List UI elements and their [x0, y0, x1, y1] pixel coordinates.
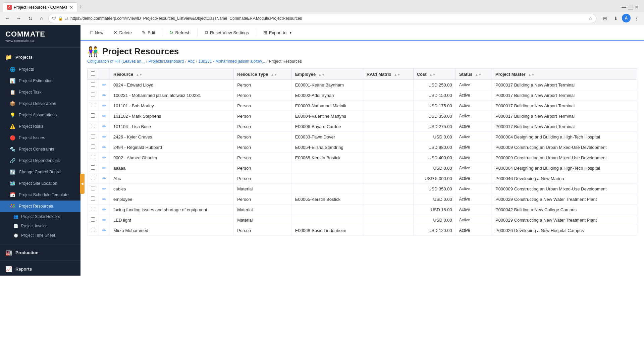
refresh-button[interactable]: ↻	[25, 14, 35, 23]
breadcrumb-link-dashboard[interactable]: Projects Dashboard	[149, 59, 184, 64]
row-checkbox-cell[interactable]	[88, 142, 99, 153]
sidebar-item-project-resources[interactable]: 👫 Project Resources	[0, 201, 80, 212]
sidebar-item-project-constraints[interactable]: 🔩 Project Constraints	[0, 144, 80, 155]
th-raci-matrix[interactable]: RACI Matrix ▲▼	[363, 69, 413, 80]
delete-button[interactable]: ✕ Delete	[109, 28, 136, 37]
row-edit-button[interactable]: ✏	[102, 228, 106, 233]
row-edit-button[interactable]: ✏	[102, 155, 106, 160]
edit-button[interactable]: ✎ Edit	[138, 28, 159, 37]
row-edit-button[interactable]: ✏	[102, 103, 106, 108]
row-checkbox[interactable]	[91, 103, 95, 107]
menu-button[interactable]: ⋮	[632, 14, 641, 23]
forward-button[interactable]: →	[14, 14, 23, 23]
breadcrumb-link-hr[interactable]: Cofiguraiton of HR (Leaves an...	[87, 59, 145, 64]
row-checkbox[interactable]	[91, 186, 95, 190]
row-checkbox[interactable]	[91, 124, 95, 128]
sidebar-item-project-dependencies[interactable]: 🔗 Project Dependencies	[0, 155, 80, 166]
row-edit-cell[interactable]: ✏	[99, 142, 110, 153]
sidebar-item-project-stakeholders[interactable]: 👥 Project Stake Holders	[0, 212, 80, 221]
row-checkbox[interactable]	[91, 228, 95, 232]
row-edit-button[interactable]: ✏	[102, 113, 106, 119]
row-edit-button[interactable]: ✏	[102, 93, 106, 98]
sidebar-item-project-assumptions[interactable]: 💡 Project Assumptions	[0, 109, 80, 121]
row-checkbox-cell[interactable]	[88, 153, 99, 163]
row-checkbox-cell[interactable]	[88, 90, 99, 101]
sidebar-item-projects[interactable]: 🌐 Projects	[0, 64, 80, 75]
row-checkbox-cell[interactable]	[88, 132, 99, 142]
sidebar-collapse-button[interactable]: ◀	[80, 174, 85, 194]
row-edit-button[interactable]: ✏	[102, 165, 106, 171]
row-edit-button[interactable]: ✏	[102, 82, 106, 88]
sidebar-item-project-schedule-template[interactable]: 📅 Project Schedule Template	[0, 189, 80, 201]
sidebar-item-project-timesheet[interactable]: ⏱️ Project Time Sheet	[0, 231, 80, 240]
sidebar-item-project-task[interactable]: 📋 Project Task	[0, 87, 80, 98]
row-checkbox[interactable]	[91, 93, 95, 97]
sidebar-item-project-site-location[interactable]: 🗺️ Project Site Location	[0, 178, 80, 189]
window-maximize-button[interactable]: ⬜	[628, 4, 633, 10]
th-resource-type[interactable]: Resource Type ▲▼	[234, 69, 292, 80]
row-checkbox-cell[interactable]	[88, 163, 99, 173]
row-checkbox[interactable]	[91, 145, 95, 149]
sidebar-item-project-deliverables[interactable]: 📦 Project Deliverables	[0, 98, 80, 109]
row-checkbox[interactable]	[91, 217, 95, 222]
new-tab-button[interactable]: +	[79, 4, 83, 11]
row-edit-button[interactable]: ✏	[102, 207, 106, 212]
row-edit-cell[interactable]: ✏	[99, 80, 110, 90]
row-checkbox[interactable]	[91, 207, 95, 211]
row-edit-button[interactable]: ✏	[102, 196, 106, 202]
row-edit-cell[interactable]: ✏	[99, 225, 110, 236]
row-checkbox-cell[interactable]	[88, 173, 99, 184]
th-cost[interactable]: Cost ▲▼	[413, 69, 455, 80]
reset-view-button[interactable]: ⧉ Reset View Settings	[201, 28, 253, 38]
row-edit-cell[interactable]: ✏	[99, 163, 110, 173]
row-edit-cell[interactable]: ✏	[99, 153, 110, 163]
row-checkbox-cell[interactable]	[88, 215, 99, 225]
sidebar-item-project-risks[interactable]: ⚠️ Project Risks	[0, 121, 80, 132]
row-edit-cell[interactable]: ✏	[99, 215, 110, 225]
row-checkbox[interactable]	[91, 82, 95, 87]
breadcrumb-link-100231[interactable]: 100231 - Mohammed jassim alofow...	[199, 59, 265, 64]
export-button[interactable]: ⊞ Export to ▼	[259, 28, 297, 37]
row-checkbox[interactable]	[91, 134, 95, 138]
tab-close-button[interactable]: ✕	[69, 5, 73, 10]
row-edit-button[interactable]: ✏	[102, 134, 106, 139]
row-edit-cell[interactable]: ✏	[99, 173, 110, 184]
row-checkbox[interactable]	[91, 176, 95, 180]
sidebar-item-project-issues[interactable]: 🔴 Project Issues	[0, 132, 80, 144]
download-button[interactable]: ⬇	[611, 14, 621, 23]
address-input[interactable]	[70, 16, 586, 21]
sidebar-category-projects[interactable]: 📁 Projects	[0, 50, 80, 64]
row-edit-cell[interactable]: ✏	[99, 111, 110, 121]
row-checkbox-cell[interactable]	[88, 101, 99, 111]
th-select-all[interactable]	[88, 69, 99, 80]
row-checkbox-cell[interactable]	[88, 80, 99, 90]
row-checkbox[interactable]	[91, 196, 95, 201]
row-edit-button[interactable]: ✏	[102, 176, 106, 181]
sidebar-category-reports[interactable]: 📈 Reports	[0, 262, 80, 276]
window-minimize-button[interactable]: —	[622, 4, 626, 10]
bookmark-icon[interactable]: ☆	[588, 16, 593, 21]
breadcrumb-link-abc[interactable]: Abc	[188, 59, 195, 64]
profile-button[interactable]: A	[622, 14, 631, 22]
sidebar-category-production[interactable]: 🏭 Production	[0, 246, 80, 259]
window-close-button[interactable]: ✕	[635, 4, 639, 10]
row-checkbox-cell[interactable]	[88, 205, 99, 215]
row-edit-button[interactable]: ✏	[102, 186, 106, 191]
row-edit-cell[interactable]: ✏	[99, 184, 110, 194]
row-edit-cell[interactable]: ✏	[99, 194, 110, 205]
row-edit-cell[interactable]: ✏	[99, 101, 110, 111]
row-checkbox-cell[interactable]	[88, 111, 99, 121]
row-edit-cell[interactable]: ✏	[99, 205, 110, 215]
row-checkbox[interactable]	[91, 165, 95, 170]
row-edit-cell[interactable]: ✏	[99, 90, 110, 101]
sidebar-item-change-control-board[interactable]: 🔄 Change Control Board	[0, 166, 80, 178]
row-checkbox[interactable]	[91, 113, 95, 118]
refresh-button[interactable]: ↻ Refresh	[165, 28, 195, 37]
th-project-master[interactable]: Project Master ▲▼	[492, 69, 637, 80]
row-edit-cell[interactable]: ✏	[99, 121, 110, 132]
row-edit-button[interactable]: ✏	[102, 124, 106, 129]
th-resource[interactable]: Resource ▲▼	[110, 69, 234, 80]
row-edit-button[interactable]: ✏	[102, 217, 106, 223]
home-button[interactable]: ⌂	[37, 14, 46, 23]
extensions-button[interactable]: ⊞	[600, 14, 610, 23]
